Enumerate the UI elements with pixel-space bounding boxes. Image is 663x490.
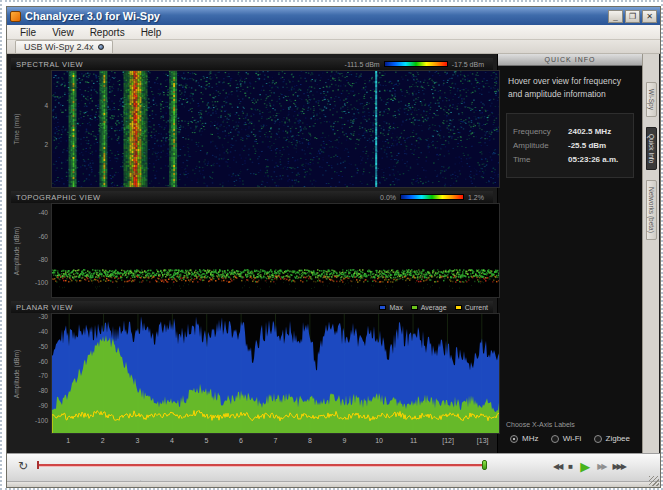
minimize-button[interactable]: _ bbox=[608, 10, 623, 23]
timeline-track[interactable]: 0:00 ◷ Timeframe: 0:17 ◉ 5:16 5:16 bbox=[37, 463, 485, 467]
current-swatch-icon bbox=[455, 305, 462, 310]
topographic-colorbar-min: 0.0% bbox=[380, 194, 396, 201]
channel-label: [13] bbox=[465, 434, 500, 448]
time-row: Time 05:23:26 a.m. bbox=[513, 155, 627, 164]
spectral-view-header: SPECTRAL VIEW -111.5 dBm -17.5 dBm bbox=[11, 58, 493, 70]
main-area: SPECTRAL VIEW -111.5 dBm -17.5 dBm Time … bbox=[7, 54, 660, 453]
legend-max: Max bbox=[379, 304, 402, 311]
frequency-row: Frequency 2402.5 MHz bbox=[513, 127, 627, 136]
device-tab[interactable]: USB Wi-Spy 2.4x bbox=[15, 40, 113, 53]
menu-file[interactable]: File bbox=[13, 27, 43, 38]
y-tick-label: -40 bbox=[39, 327, 48, 334]
quick-info-panel: QUICK INFO Hover over view for frequency… bbox=[497, 54, 642, 453]
topographic-plot-row: Amplitude (dBm) -40-60-80-100 bbox=[51, 203, 500, 298]
planar-y-axis-label: Amplitude (dBm) bbox=[13, 313, 23, 434]
radio-button-icon bbox=[594, 435, 602, 443]
channel-label: 2 bbox=[86, 434, 121, 448]
max-swatch-icon bbox=[379, 305, 386, 310]
axis-chooser-caption: Choose X-Axis Labels bbox=[506, 421, 634, 428]
playhead-marker[interactable] bbox=[482, 460, 487, 470]
menu-bar: File View Reports Help bbox=[7, 25, 660, 40]
channel-label: 5 bbox=[189, 434, 224, 448]
page-frame: Chanalyzer 3.0 for Wi-Spy _ ❐ ✕ File Vie… bbox=[0, 0, 663, 490]
stop-button-icon[interactable]: ■ bbox=[568, 462, 573, 471]
fast-forward-button-icon[interactable]: ▶▶ bbox=[597, 462, 605, 471]
y-tick-label: -90 bbox=[39, 402, 48, 409]
playback-controls: ◀◀ ■ ▶ ▶▶ ▶▶▶ bbox=[553, 459, 653, 474]
maximize-button[interactable]: ❐ bbox=[625, 10, 640, 23]
radio-button-icon bbox=[551, 435, 559, 443]
spectral-waterfall-plot[interactable] bbox=[51, 70, 500, 188]
title-bar[interactable]: Chanalyzer 3.0 for Wi-Spy _ ❐ ✕ bbox=[7, 7, 660, 25]
close-button[interactable]: ✕ bbox=[642, 10, 657, 23]
y-tick-label: -40 bbox=[39, 209, 48, 216]
menu-help[interactable]: Help bbox=[134, 27, 169, 38]
channel-label: 1 bbox=[51, 434, 86, 448]
app-icon bbox=[10, 11, 21, 22]
time-value: 05:23:26 a.m. bbox=[568, 155, 618, 164]
y-tick-label: -80 bbox=[39, 387, 48, 394]
planar-spectrum-plot[interactable] bbox=[51, 313, 500, 434]
topographic-y-axis-label: Amplitude (dBm) bbox=[13, 203, 23, 298]
radio-mhz[interactable]: MHz bbox=[510, 434, 538, 443]
resize-grip[interactable] bbox=[649, 476, 659, 486]
charts-column: SPECTRAL VIEW -111.5 dBm -17.5 dBm Time … bbox=[7, 54, 497, 453]
frequency-value: 2402.5 MHz bbox=[568, 127, 611, 136]
radio-wifi[interactable]: Wi-Fi bbox=[551, 434, 582, 443]
y-tick-label: -30 bbox=[39, 312, 48, 319]
y-tick-label: -100 bbox=[35, 279, 48, 286]
y-tick-label: 4 bbox=[44, 101, 48, 108]
topographic-view-title: TOPOGRAPHIC VIEW bbox=[16, 193, 376, 202]
average-swatch-icon bbox=[411, 305, 418, 310]
y-tick-label: -100 bbox=[35, 417, 48, 424]
device-tab-label: USB Wi-Spy 2.4x bbox=[24, 42, 94, 52]
channel-axis-labels: 1234567891011[12][13] bbox=[51, 434, 500, 448]
y-tick-label: -60 bbox=[39, 232, 48, 239]
spectral-plot-row: Time (min) 42 bbox=[51, 70, 500, 188]
device-bar: USB Wi-Spy 2.4x bbox=[7, 40, 660, 54]
legend-current: Current bbox=[455, 304, 488, 311]
planar-legend: Max Average Current bbox=[379, 304, 488, 311]
topographic-density-plot[interactable] bbox=[51, 203, 500, 298]
timeline-line bbox=[37, 464, 485, 466]
density-colorbar bbox=[400, 194, 464, 200]
tab-quick-info[interactable]: Quick Info bbox=[646, 127, 657, 170]
topographic-view-header: TOPOGRAPHIC VIEW 0.0% 1.2% bbox=[11, 191, 493, 203]
timeline-start-tick bbox=[37, 461, 39, 469]
spectral-view-title: SPECTRAL VIEW bbox=[16, 60, 341, 69]
tab-networks[interactable]: Networks (beta) bbox=[646, 180, 657, 240]
channel-label: 3 bbox=[120, 434, 155, 448]
y-tick-label: -50 bbox=[39, 342, 48, 349]
hover-info-box: Frequency 2402.5 MHz Amplitude -25.5 dBm… bbox=[506, 113, 634, 178]
amplitude-value: -25.5 dBm bbox=[568, 141, 606, 150]
window-title: Chanalyzer 3.0 for Wi-Spy bbox=[25, 10, 608, 22]
skip-end-button-icon[interactable]: ▶▶▶ bbox=[612, 462, 624, 471]
y-tick-label: -70 bbox=[39, 372, 48, 379]
planar-view-title: PLANAR VIEW bbox=[16, 303, 379, 312]
planar-plot-row: Amplitude (dBm) -30-40-50-60-70-80-90-10… bbox=[51, 313, 500, 434]
topographic-colorbar-max: 1.2% bbox=[468, 194, 484, 201]
radio-button-icon bbox=[510, 435, 518, 443]
sidebar-spacer bbox=[498, 184, 642, 416]
menu-view[interactable]: View bbox=[45, 27, 81, 38]
axis-label-chooser: Choose X-Axis Labels MHz Wi-Fi Zigbee bbox=[498, 415, 642, 453]
y-tick-label: -80 bbox=[39, 255, 48, 262]
loop-button[interactable]: ↻ bbox=[15, 458, 31, 474]
playback-bar: ↻ 0:00 ◷ Timeframe: 0:17 ◉ 5:16 5:16 ◀◀ … bbox=[7, 453, 660, 481]
y-tick-label: 2 bbox=[44, 141, 48, 148]
channel-label: 9 bbox=[327, 434, 362, 448]
play-button-icon[interactable]: ▶ bbox=[580, 459, 590, 474]
radio-zigbee[interactable]: Zigbee bbox=[594, 434, 630, 443]
tab-wispy[interactable]: Wi-Spy bbox=[646, 82, 657, 117]
amplitude-row: Amplitude -25.5 dBm bbox=[513, 141, 627, 150]
spectral-colorbar-max: -17.5 dBm bbox=[452, 61, 484, 68]
channel-label: 7 bbox=[258, 434, 293, 448]
channel-label: 8 bbox=[293, 434, 328, 448]
channel-label: 6 bbox=[224, 434, 259, 448]
rewind-button-icon[interactable]: ◀◀ bbox=[553, 462, 561, 471]
channel-label: 11 bbox=[396, 434, 431, 448]
menu-reports[interactable]: Reports bbox=[83, 27, 132, 38]
planar-view-header: PLANAR VIEW Max Average Current bbox=[11, 301, 493, 313]
channel-label: 4 bbox=[155, 434, 190, 448]
y-tick-label: -60 bbox=[39, 357, 48, 364]
